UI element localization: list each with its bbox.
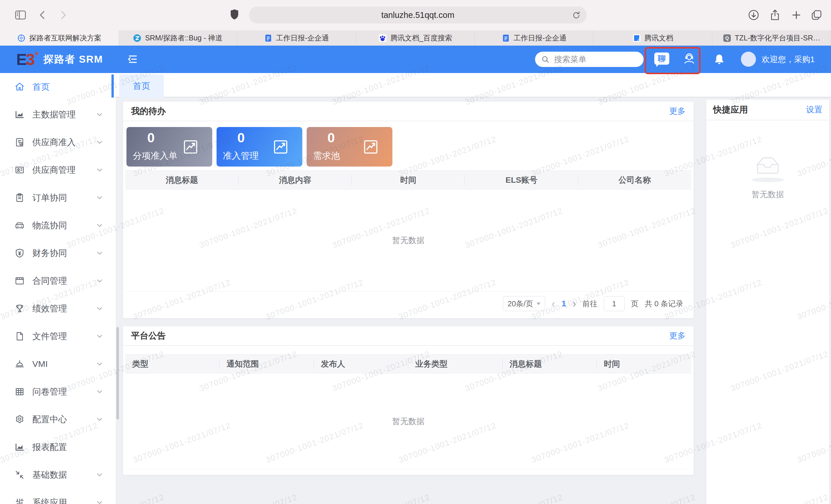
chart-icon bbox=[15, 442, 25, 452]
column-header: 消息标题 bbox=[125, 171, 238, 189]
todo-table-header: 消息标题消息内容时间ELS账号公司名称 bbox=[125, 170, 691, 190]
chart-icon bbox=[15, 110, 25, 120]
sidebar-item-base-data[interactable]: 基础数据 bbox=[0, 461, 116, 489]
sidebar-item-supplier-mgmt[interactable]: 供应商管理 bbox=[0, 156, 116, 184]
sidebar-item-label: 系统应用 bbox=[32, 497, 67, 504]
web-page: E3+ 探路者 SRM 搜索菜单 聊 bbox=[0, 46, 831, 504]
avatar[interactable] bbox=[741, 52, 756, 67]
brand: E3+ 探路者 SRM bbox=[16, 46, 103, 73]
sidebar-item-performance-mgmt[interactable]: 绩效管理 bbox=[0, 295, 116, 322]
tab-overview-icon[interactable] bbox=[810, 9, 823, 21]
sidebar-item-report-config[interactable]: 报表配置 bbox=[0, 433, 116, 461]
new-tab-icon[interactable] bbox=[790, 9, 803, 21]
page-size-select[interactable]: 20条/页 bbox=[503, 296, 545, 311]
app-title: 探路者 SRM bbox=[44, 53, 104, 66]
sidebar-item-home[interactable]: 首页 bbox=[0, 73, 116, 101]
browser-tab[interactable]: SRM/探路者::Bug - 禅道 bbox=[118, 30, 237, 46]
sidebar-item-config-center[interactable]: 配置中心 bbox=[0, 406, 116, 433]
stat-value: 0 bbox=[237, 130, 245, 146]
stat-card-access-mgmt[interactable]: 0准入管理 bbox=[217, 127, 302, 167]
gear-icon bbox=[15, 414, 25, 425]
current-page[interactable]: 1 bbox=[562, 299, 566, 308]
sidebar-item-logistics-collab[interactable]: 物流协同 bbox=[0, 212, 116, 239]
trophy-icon bbox=[15, 303, 25, 314]
empty-inbox-icon bbox=[753, 154, 782, 176]
app-header: E3+ 探路者 SRM 搜索菜单 聊 bbox=[0, 46, 831, 73]
browser-tab[interactable]: 工作日报-企企通 bbox=[475, 30, 593, 46]
chevron-down-icon bbox=[95, 166, 104, 174]
url-text: tanluzhe.51qqt.com bbox=[381, 10, 454, 20]
sidebar-item-label: 主数据管理 bbox=[32, 109, 76, 121]
column-header: 业务类型 bbox=[408, 354, 503, 373]
chevron-down-icon bbox=[95, 194, 104, 202]
notice-table-header: 类型通知范围发布人业务类型消息标题时间 bbox=[125, 354, 691, 374]
browser-tab[interactable]: 腾讯文档 bbox=[593, 30, 712, 46]
column-header: 时间 bbox=[352, 171, 465, 189]
browser-tab-label: 工作日报-企企通 bbox=[276, 33, 329, 43]
sidebar-item-supplier-access[interactable]: 供应商准入 bbox=[0, 128, 116, 156]
menu-search-input[interactable]: 搜索菜单 bbox=[535, 52, 643, 67]
sidebar-item-label: 供应商准入 bbox=[32, 137, 76, 148]
sidebar-item-label: 绩效管理 bbox=[32, 303, 67, 315]
frame-icon bbox=[15, 276, 25, 286]
chevron-down-icon bbox=[95, 249, 104, 257]
sidebar-item-label: 基础数据 bbox=[32, 469, 67, 481]
share-icon[interactable] bbox=[769, 8, 781, 21]
downloads-icon[interactable] bbox=[747, 9, 760, 21]
notice-title: 平台公告 bbox=[131, 330, 166, 342]
sidebar-toggle-icon[interactable] bbox=[14, 8, 27, 22]
browser-tab[interactable]: QTZL-数字化平台项目-SR… bbox=[712, 30, 831, 46]
goto-label: 前往 bbox=[582, 299, 597, 309]
forward-icon[interactable] bbox=[57, 9, 69, 21]
sidebar-item-master-data[interactable]: 主数据管理 bbox=[0, 101, 116, 128]
watermark-text: 307000-1001-2021/07/12 bbox=[464, 493, 564, 504]
sidebar-item-finance-collab[interactable]: 财务协同 bbox=[0, 239, 116, 267]
doc-favicon bbox=[264, 34, 273, 42]
refresh-icon[interactable] bbox=[572, 10, 581, 20]
sidebar-item-label: VMI bbox=[32, 359, 48, 369]
browser-tab-label: 腾讯文档 bbox=[644, 33, 674, 43]
total-records: 共 0 条记录 bbox=[645, 299, 683, 309]
safari-window: tanluzhe.51qqt.com 探路者互联网解决方案SRM/探路者::Bu… bbox=[0, 0, 831, 504]
chevron-down-icon bbox=[95, 360, 104, 368]
sidebar-nav: 首页主数据管理供应商准入供应商管理订单协同物流协同财务协同合同管理绩效管理文件管… bbox=[0, 73, 116, 504]
browser-tab[interactable]: 腾讯文档_百度搜索 bbox=[356, 30, 475, 46]
search-icon bbox=[541, 55, 549, 63]
sidebar-item-label: 文件管理 bbox=[32, 330, 67, 343]
todo-more-link[interactable]: 更多 bbox=[669, 106, 686, 117]
goto-page-input[interactable]: 1 bbox=[604, 296, 625, 311]
zentao-favicon bbox=[133, 34, 142, 42]
tab-home[interactable]: 首页 bbox=[119, 75, 164, 97]
column-header: 消息内容 bbox=[238, 171, 352, 189]
privacy-shield-icon[interactable] bbox=[229, 8, 240, 21]
sidebar-item-file-mgmt[interactable]: 文件管理 bbox=[0, 322, 116, 350]
quick-apps-panel: 快捷应用 设置 暂无数据 bbox=[706, 99, 829, 504]
sidebar-item-questionnaire[interactable]: 问卷管理 bbox=[0, 378, 116, 406]
home-icon bbox=[15, 82, 25, 92]
notifications-bell-icon[interactable] bbox=[713, 53, 725, 66]
next-page-button[interactable]: › bbox=[572, 298, 576, 309]
baidu-favicon bbox=[378, 34, 387, 42]
notice-table-body: 暂无数据 bbox=[125, 374, 691, 469]
menu-collapse-icon[interactable] bbox=[126, 53, 139, 65]
browser-tab[interactable]: 探路者互联网解决方案 bbox=[0, 30, 118, 46]
sidebar-item-system-app[interactable]: 系统应用 bbox=[0, 489, 116, 504]
sidebar-item-order-collab[interactable]: 订单协同 bbox=[0, 184, 116, 212]
compass-favicon bbox=[17, 34, 26, 42]
column-header: 通知范围 bbox=[220, 354, 314, 373]
browser-tab[interactable]: 工作日报-企企通 bbox=[237, 30, 356, 46]
stat-card-subitem-access-form[interactable]: 0分项准入单 bbox=[126, 127, 212, 167]
browser-tab-label: 腾讯文档_百度搜索 bbox=[391, 33, 452, 43]
e3-logo: E3+ bbox=[16, 51, 34, 67]
stat-card-demand-pool[interactable]: 0需求池 bbox=[307, 127, 393, 167]
prev-page-button[interactable]: ‹ bbox=[551, 298, 555, 309]
quick-apps-settings-link[interactable]: 设置 bbox=[806, 104, 822, 115]
notice-more-link[interactable]: 更多 bbox=[669, 330, 686, 341]
address-bar[interactable]: tanluzhe.51qqt.com bbox=[249, 7, 587, 23]
id-card-icon bbox=[15, 165, 25, 175]
sidebar-item-vmi[interactable]: VMI bbox=[0, 350, 116, 378]
sidebar-item-contract-mgmt[interactable]: 合同管理 bbox=[0, 267, 116, 295]
sidebar-scrollbar[interactable] bbox=[116, 327, 119, 419]
back-icon[interactable] bbox=[37, 9, 49, 21]
sidebar-item-label: 供应商管理 bbox=[32, 164, 76, 176]
